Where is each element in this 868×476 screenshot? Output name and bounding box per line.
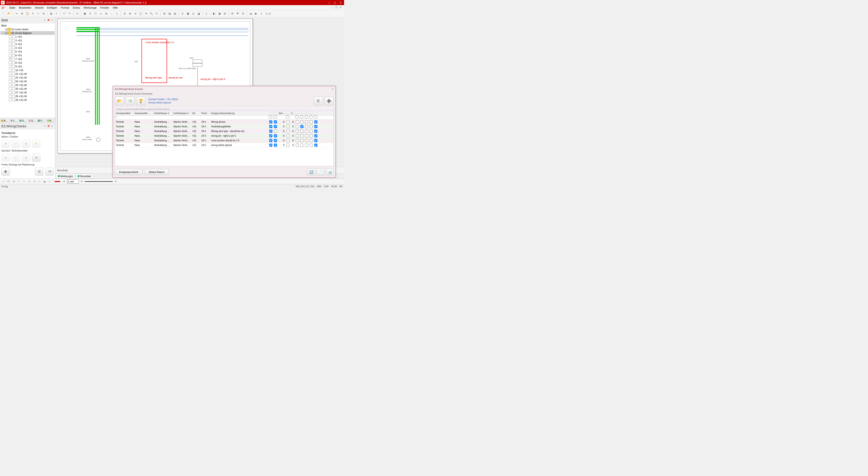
redo-icon[interactable]: ↷: [67, 11, 72, 16]
color-swatch[interactable]: [55, 181, 60, 182]
ereignisprotokoll-button[interactable]: Ereignisprotokoll: [115, 169, 143, 175]
menu-datei[interactable]: Datei: [7, 6, 17, 9]
zoom-in-icon[interactable]: ⊕: [128, 11, 132, 16]
stamp-icon[interactable]: ⌖: [36, 11, 40, 16]
gear-icon[interactable]: ⚙: [230, 11, 235, 16]
col-header[interactable]: Ort: [191, 111, 200, 115]
col-header[interactable]: Zeit …: [278, 111, 285, 115]
tree-sheet[interactable]: 27 +S1-W: [0, 91, 55, 94]
sym-move-button[interactable]: ✥: [32, 153, 40, 162]
sym-delete-button[interactable]: 🗑: [22, 153, 30, 162]
menu-fenster[interactable]: Fenster: [98, 6, 111, 9]
events-delete-button[interactable]: 🗑: [314, 96, 323, 105]
table-row[interactable]: TechnikHansVerdrahtung …falsche Verdr…+S…: [115, 138, 333, 143]
paste-icon[interactable]: 📋: [25, 11, 30, 16]
menu-hilfe[interactable]: Hilfe: [111, 6, 120, 9]
flag-icon[interactable]: ⚑: [235, 11, 240, 16]
status-report-button[interactable]: Status Report: [144, 169, 169, 175]
table-row[interactable]: TechnikHansVerdrahtung …falsche Verdr…+S…: [115, 133, 333, 138]
close-button[interactable]: ✕: [338, 0, 343, 5]
tab-resultate[interactable]: Resultate: [75, 174, 93, 179]
zoom-prev-icon[interactable]: ⟲: [144, 11, 148, 16]
col-header[interactable]: Verantwortlich: [115, 111, 133, 115]
tab-meldungen[interactable]: Meldungen: [56, 174, 75, 179]
view2-icon[interactable]: ◪: [196, 11, 201, 16]
tree-sheet[interactable]: 5 +S1: [0, 50, 55, 54]
select-icon[interactable]: ▭: [75, 11, 80, 16]
print-icon[interactable]: 🖶: [49, 11, 54, 16]
help-icon[interactable]: ?: [54, 11, 59, 16]
left-tab-5[interactable]: ▤B…: [46, 118, 55, 123]
color-dropdown-icon[interactable]: ▾: [62, 179, 66, 184]
tree-sheet[interactable]: 24 +S1-W: [0, 80, 55, 83]
tree-sheet[interactable]: 10 +S1: [0, 68, 55, 72]
layers-icon[interactable]: ▥: [173, 11, 177, 16]
line-tool-icon[interactable]: ╲: [115, 11, 119, 16]
wiring-menu-icon[interactable]: ▾: [43, 125, 46, 128]
list-icon[interactable]: ☰: [241, 11, 245, 16]
col-header[interactable]: …: [285, 111, 290, 115]
grid-header[interactable]: VerantwortlichVerantwortlic…Fehlerklasse…: [115, 111, 333, 116]
nav-play-icon[interactable]: ▶: [254, 11, 258, 16]
table-row[interactable]: TechnikHansVerdrahtung …falsche Verdr…+S…: [115, 120, 333, 124]
events-close-icon[interactable]: ✕: [332, 88, 334, 91]
zoom-window-icon[interactable]: ◯: [138, 11, 143, 16]
panel-pin-icon[interactable]: 📌: [47, 19, 50, 22]
panel-menu-icon[interactable]: ▾: [43, 19, 46, 22]
tree-folder[interactable]: ⊞01-cover sheet: [0, 27, 55, 31]
draw-curve-icon[interactable]: ∿: [32, 179, 36, 184]
grid-icon[interactable]: ▦: [83, 11, 87, 16]
mdi-minimize-icon[interactable]: —: [330, 6, 334, 9]
table-row[interactable]: TechnikHansVerdrahtung …falsche Verdr…+S…: [115, 129, 333, 133]
nav-page-icon[interactable]: ▯: [259, 11, 264, 16]
events-add-button[interactable]: ➕: [324, 96, 334, 105]
wires-delete-button[interactable]: 🗑: [22, 140, 30, 148]
col-header[interactable]: Priori…: [200, 111, 210, 115]
tree-sheet[interactable]: 28 +S1-W: [0, 94, 55, 98]
draw-bracket-icon[interactable]: ⸡: [48, 179, 52, 184]
col-header[interactable]: …: [273, 111, 278, 115]
tree-sheet[interactable]: 6 +S1: [0, 54, 55, 57]
table-row[interactable]: TechnikHansVerdrahtung …falsche Verdr…+S…: [115, 124, 333, 129]
shape-icon[interactable]: ⬠: [93, 11, 98, 16]
free-add-button[interactable]: ➕: [1, 167, 10, 176]
menu-bearbeiten[interactable]: Bearbeiten: [17, 6, 33, 9]
events-xlsx-icon[interactable]: 📊: [326, 169, 334, 176]
left-tab-1[interactable]: VV…: [9, 118, 19, 123]
left-tab-0[interactable]: ▤B…: [0, 118, 9, 123]
col-header[interactable]: Verantwortlic…: [133, 111, 153, 115]
col-header[interactable]: Ereignis-Beschreibung: [210, 111, 268, 115]
col-header[interactable]: …: [309, 111, 313, 115]
events-window[interactable]: E3.WiringChecks Events ✕ E3.WiringCheck …: [113, 86, 336, 178]
view1-icon[interactable]: ◫: [191, 11, 196, 16]
brush-icon[interactable]: ✎: [30, 11, 35, 16]
wires-cancel-button[interactable]: ✖: [1, 140, 10, 148]
table-row[interactable]: TechnikHansVerdrahtung …falsche Verdr…+S…: [115, 143, 333, 148]
win2-icon[interactable]: ◨: [217, 11, 222, 16]
menu-extras[interactable]: Extras: [71, 6, 82, 9]
draw-poly-icon[interactable]: ⬠: [6, 179, 11, 184]
col-header[interactable]: …: [268, 111, 273, 115]
tree-sheet[interactable]: 8 +S1: [0, 61, 55, 65]
draw-arc-icon[interactable]: ◠: [17, 179, 21, 184]
align-center-icon[interactable]: ≣: [104, 11, 108, 16]
grid-filter-row[interactable]: ▾: [115, 116, 333, 120]
tree-sheet[interactable]: 29 +S1-W: [0, 98, 55, 102]
minimize-button[interactable]: —: [327, 0, 332, 5]
events-grid[interactable]: Drag a column header here to group by th…: [115, 107, 334, 166]
new-icon[interactable]: 📄: [1, 11, 6, 16]
refresh-icon[interactable]: ↻: [154, 11, 159, 16]
col-header[interactable]: …: [300, 111, 304, 115]
link-icon[interactable]: ⇆: [41, 11, 46, 16]
align-left-icon[interactable]: ≡: [98, 11, 103, 16]
menu-format[interactable]: Format: [59, 6, 71, 9]
line-width-input[interactable]: [67, 179, 79, 184]
zoom-out-icon[interactable]: ⊖: [122, 11, 127, 16]
col-header[interactable]: …: [295, 111, 300, 115]
para-icon[interactable]: ¶: [180, 11, 185, 16]
draw-line-icon[interactable]: ／: [1, 179, 6, 184]
panel-close-icon[interactable]: ✕: [51, 19, 54, 22]
mdi-restore-icon[interactable]: ❐: [334, 6, 338, 9]
free-img1-button[interactable]: 🖼: [35, 167, 43, 176]
line-style-preview[interactable]: [85, 181, 113, 182]
